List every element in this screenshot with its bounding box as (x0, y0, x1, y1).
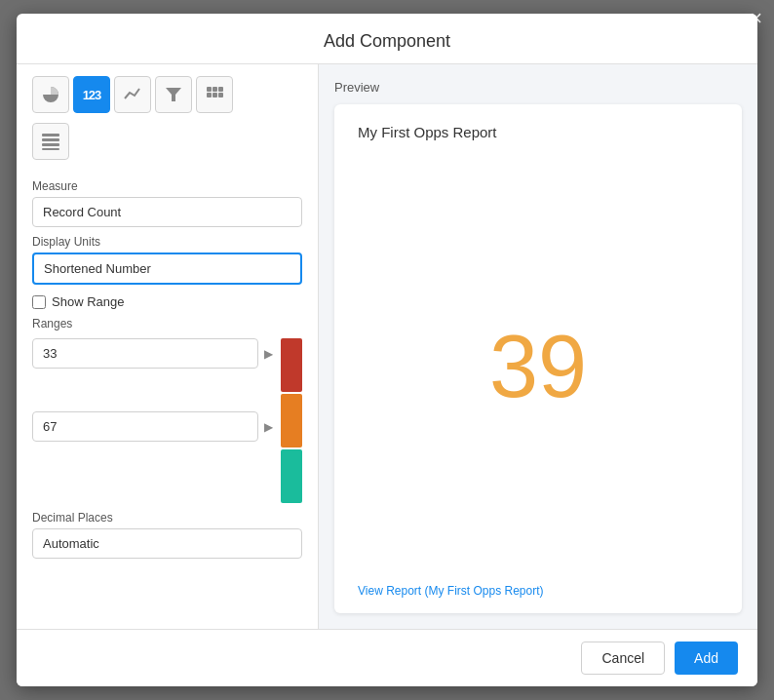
icon-row-2 (32, 123, 302, 170)
preview-label: Preview (334, 80, 742, 95)
svg-rect-1 (207, 87, 212, 92)
display-units-input[interactable] (32, 253, 302, 285)
color-bars (281, 338, 302, 503)
add-button[interactable]: Add (675, 642, 738, 675)
ranges-inputs: ▶ ▶ (32, 338, 273, 442)
color-bar-orange[interactable] (281, 394, 302, 447)
svg-rect-6 (218, 93, 223, 97)
svg-rect-5 (213, 93, 217, 97)
chart-type-funnel-button[interactable] (155, 76, 192, 113)
show-range-row: Show Range (32, 294, 302, 309)
svg-rect-7 (42, 134, 59, 136)
modal-title: Add Component (17, 14, 757, 64)
measure-input[interactable] (32, 197, 302, 227)
modal-footer: Cancel Add (17, 629, 757, 686)
ranges-area: ▶ ▶ (32, 338, 302, 503)
modal-body: 123 (17, 64, 757, 629)
range-row-2: ▶ (32, 411, 273, 442)
svg-rect-10 (42, 148, 59, 150)
preview-card: My First Opps Report 39 View Report (My … (334, 104, 742, 613)
icon-row-1: 123 (32, 76, 302, 113)
cancel-button[interactable]: Cancel (581, 642, 665, 675)
color-bar-teal[interactable] (281, 449, 302, 503)
view-report-link[interactable]: View Report (My First Opps Report) (358, 584, 718, 598)
svg-rect-9 (42, 143, 59, 146)
range-1-arrow[interactable]: ▶ (264, 347, 273, 361)
display-units-label: Display Units (32, 235, 302, 249)
svg-marker-0 (166, 88, 181, 101)
decimal-places-input[interactable] (32, 528, 302, 559)
show-range-checkbox[interactable] (32, 295, 46, 309)
range-2-input[interactable] (32, 411, 258, 442)
show-range-label[interactable]: Show Range (52, 294, 124, 309)
range-row-1: ▶ (32, 338, 273, 369)
chart-type-pie-button[interactable] (32, 76, 69, 113)
svg-rect-4 (207, 93, 212, 97)
chart-type-table-button[interactable] (32, 123, 69, 160)
preview-number: 39 (358, 156, 718, 576)
svg-rect-2 (213, 87, 217, 92)
range-2-arrow[interactable]: ▶ (264, 420, 273, 434)
range-1-input[interactable] (32, 338, 258, 369)
overlay: × Add Component 123 (0, 0, 774, 700)
decimal-places-label: Decimal Places (32, 511, 302, 525)
number-icon: 123 (83, 88, 101, 102)
ranges-label: Ranges (32, 317, 302, 331)
chart-type-scatter-button[interactable] (196, 76, 233, 113)
chart-type-line-button[interactable] (114, 76, 151, 113)
measure-label: Measure (32, 179, 302, 193)
svg-rect-3 (218, 87, 223, 92)
right-panel: Preview My First Opps Report 39 View Rep… (319, 64, 757, 629)
svg-rect-8 (42, 138, 59, 141)
color-bar-red[interactable] (281, 338, 302, 392)
preview-report-title: My First Opps Report (358, 124, 718, 140)
left-panel: 123 (17, 64, 319, 629)
modal: Add Component 123 (17, 14, 757, 686)
chart-type-number-button[interactable]: 123 (73, 76, 110, 113)
